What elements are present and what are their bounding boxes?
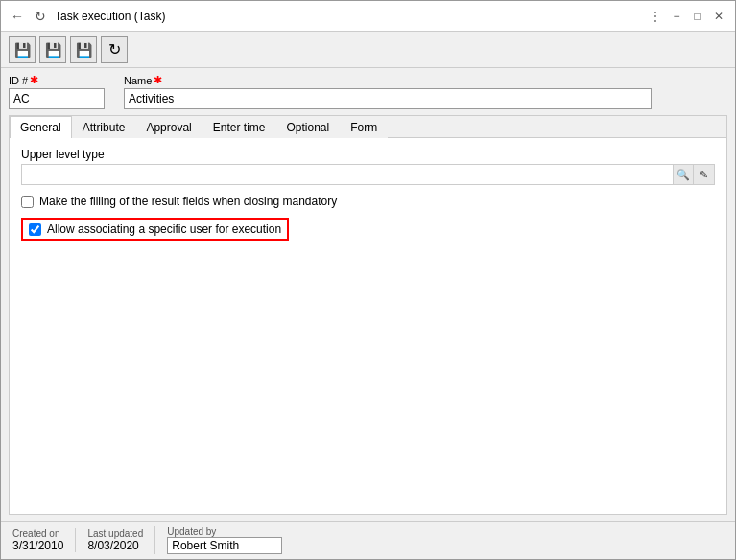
upper-level-label: Upper level type bbox=[21, 148, 715, 161]
toolbar: 💾 💾 💾 ↻ bbox=[1, 32, 735, 68]
refresh-icon[interactable]: ↻ bbox=[32, 8, 49, 25]
status-bar: Created on 3/31/2010 Last updated 8/03/2… bbox=[1, 521, 735, 559]
tabs-header: General Attribute Approval Enter time Op… bbox=[10, 116, 726, 138]
tabs-container: General Attribute Approval Enter time Op… bbox=[9, 115, 727, 515]
checkbox2-highlight-box: Allow associating a specific user for ex… bbox=[21, 218, 289, 241]
fields-row: ID # ✱ Name ✱ bbox=[9, 74, 727, 109]
tab-attribute[interactable]: Attribute bbox=[72, 116, 136, 138]
upper-level-edit-button[interactable]: ✎ bbox=[694, 164, 715, 185]
checkbox1-input[interactable] bbox=[21, 196, 34, 208]
save-button-3[interactable]: 💾 bbox=[70, 36, 97, 63]
tab-content-general: Upper level type 🔍 ✎ Make the filling of… bbox=[10, 138, 726, 514]
created-on-value: 3/31/2010 bbox=[12, 539, 63, 552]
checkbox2-highlighted-row: Allow associating a specific user for ex… bbox=[21, 218, 715, 241]
tab-approval[interactable]: Approval bbox=[135, 116, 202, 138]
id-label: ID # ✱ bbox=[9, 74, 105, 86]
main-window: ← ↻ Task execution (Task) ⋮ − □ ✕ 💾 💾 💾 … bbox=[0, 0, 736, 560]
name-required-star: ✱ bbox=[154, 74, 162, 86]
checkbox1-label[interactable]: Make the filling of the result fields wh… bbox=[39, 195, 337, 208]
last-updated-value: 8/03/2020 bbox=[87, 539, 143, 552]
updated-by-value: Robert Smith bbox=[167, 537, 282, 554]
title-bar-controls: ⋮ − □ ✕ bbox=[647, 8, 727, 25]
created-on-field: Created on 3/31/2010 bbox=[9, 528, 75, 552]
title-bar-left: ← ↻ Task execution (Task) bbox=[9, 8, 647, 25]
name-field-group: Name ✱ bbox=[124, 74, 652, 109]
checkbox1-row: Make the filling of the result fields wh… bbox=[21, 195, 715, 208]
content-area: ID # ✱ Name ✱ General Attribute Approval… bbox=[1, 68, 735, 521]
updated-by-label: Updated by bbox=[167, 526, 282, 537]
window-title: Task execution (Task) bbox=[55, 10, 165, 23]
last-updated-label: Last updated bbox=[87, 528, 143, 539]
tab-general[interactable]: General bbox=[10, 116, 72, 138]
close-icon[interactable]: ✕ bbox=[710, 8, 727, 25]
minimize-icon[interactable]: − bbox=[668, 8, 685, 25]
name-input[interactable] bbox=[124, 88, 652, 109]
upper-level-input-row: 🔍 ✎ bbox=[21, 164, 715, 185]
maximize-icon[interactable]: □ bbox=[689, 8, 706, 25]
id-input[interactable] bbox=[9, 88, 105, 109]
tab-optional[interactable]: Optional bbox=[275, 116, 340, 138]
updated-by-field: Updated by Robert Smith bbox=[154, 526, 294, 554]
title-bar: ← ↻ Task execution (Task) ⋮ − □ ✕ bbox=[1, 1, 735, 32]
id-required-star: ✱ bbox=[30, 74, 38, 86]
checkbox2-input[interactable] bbox=[29, 223, 41, 236]
refresh-button[interactable]: ↻ bbox=[101, 36, 128, 63]
more-options-icon[interactable]: ⋮ bbox=[647, 8, 664, 25]
save-button-2[interactable]: 💾 bbox=[39, 36, 66, 63]
back-icon[interactable]: ← bbox=[9, 8, 26, 25]
checkbox2-label[interactable]: Allow associating a specific user for ex… bbox=[47, 222, 281, 236]
upper-level-search-button[interactable]: 🔍 bbox=[673, 164, 694, 185]
tab-form[interactable]: Form bbox=[340, 116, 388, 138]
tab-enter-time[interactable]: Enter time bbox=[202, 116, 276, 138]
id-field-group: ID # ✱ bbox=[9, 74, 105, 109]
last-updated-field: Last updated 8/03/2020 bbox=[75, 528, 154, 552]
save-button-1[interactable]: 💾 bbox=[9, 36, 36, 63]
created-on-label: Created on bbox=[12, 528, 63, 539]
upper-level-input[interactable] bbox=[21, 164, 673, 185]
name-label: Name ✱ bbox=[124, 74, 652, 86]
upper-level-row: Upper level type 🔍 ✎ bbox=[21, 148, 715, 185]
